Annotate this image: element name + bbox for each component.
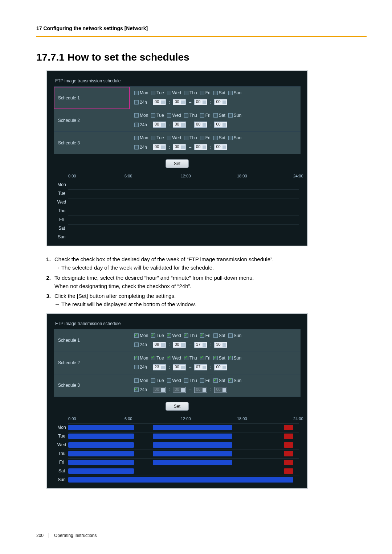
grid-row-thu: Thu [55, 449, 299, 458]
day-checkbox-fri[interactable]: Fri [200, 356, 211, 361]
day-label: Sat [219, 333, 225, 338]
day-checkbox-tue[interactable]: Tue [151, 135, 164, 140]
day-checkbox-tue[interactable]: Tue [151, 333, 164, 338]
grid-slot [68, 207, 299, 215]
select-minute-start[interactable]: 00 [173, 364, 186, 370]
day-label: Sun [234, 378, 241, 383]
checkbox-24h[interactable]: 24h [134, 342, 147, 347]
day-label: Mon [140, 356, 148, 361]
select-hour-end[interactable]: 00 [194, 144, 207, 150]
day-checkbox-sat[interactable]: Sat [213, 135, 225, 140]
grid-day-label: Wed [55, 442, 68, 447]
select-minute-end[interactable]: 30 [214, 342, 227, 348]
schedule-bar [68, 451, 134, 456]
day-label: Fri [205, 378, 211, 383]
day-checkbox-mon[interactable]: Mon [134, 90, 148, 95]
schedule-controls: MonTueWedThuFriSatSun24h00:00–00:00 [130, 87, 301, 109]
day-checkbox-fri[interactable]: Fri [200, 135, 211, 140]
select-minute-start[interactable]: 00 [173, 99, 186, 105]
instruction-step: Click the [Set] button after completing … [52, 292, 367, 309]
day-checkbox-wed[interactable]: Wed [167, 135, 181, 140]
select-minute-end[interactable]: 00 [214, 122, 227, 128]
checkbox-icon [151, 136, 155, 140]
day-checkbox-tue[interactable]: Tue [151, 113, 164, 118]
day-checkbox-fri[interactable]: Fri [200, 90, 211, 95]
set-button[interactable]: Set [166, 402, 189, 411]
schedule-bar [153, 460, 233, 465]
day-checkbox-sat[interactable]: Sat [213, 378, 225, 383]
select-hour-start[interactable]: 00 [153, 99, 166, 105]
day-checkbox-thu[interactable]: Thu [184, 356, 197, 361]
select-minute-end[interactable]: 00 [214, 144, 227, 150]
checkbox-icon [184, 356, 188, 360]
day-checkbox-wed[interactable]: Wed [167, 333, 181, 338]
select-minute-end[interactable]: 00 [214, 364, 227, 370]
day-checkbox-thu[interactable]: Thu [184, 333, 197, 338]
day-checkbox-sat[interactable]: Sat [213, 333, 225, 338]
day-label: Sun [234, 356, 241, 361]
day-checkbox-sun[interactable]: Sun [228, 90, 241, 95]
checkbox-icon [228, 136, 233, 140]
select-minute-start[interactable]: 00 [173, 144, 186, 150]
grid-row-fri: Fri [55, 458, 299, 467]
day-checkbox-mon[interactable]: Mon [134, 113, 148, 118]
day-checkbox-thu[interactable]: Thu [184, 113, 197, 118]
day-checkbox-sun[interactable]: Sun [228, 378, 241, 383]
day-label: Fri [205, 135, 211, 140]
grid-slot [68, 467, 299, 475]
day-checkbox-wed[interactable]: Wed [167, 356, 181, 361]
select-minute-start[interactable]: 00 [173, 342, 186, 348]
day-checkbox-sun[interactable]: Sun [228, 333, 241, 338]
day-checkbox-mon[interactable]: Mon [134, 135, 148, 140]
day-checkbox-thu[interactable]: Thu [184, 378, 197, 383]
checkbox-icon [167, 333, 171, 338]
time-tick: 24:00 [293, 174, 303, 178]
day-checkbox-wed[interactable]: Wed [167, 378, 181, 383]
day-checkbox-tue[interactable]: Tue [151, 356, 164, 361]
panel-title: FTP image transmission schedule [54, 320, 301, 329]
day-checkbox-tue[interactable]: Tue [151, 378, 164, 383]
checkbox-24h[interactable]: 24h [134, 387, 147, 392]
day-checkbox-fri[interactable]: Fri [200, 113, 211, 118]
select-hour-end[interactable]: 00 [194, 99, 207, 105]
select-minute-end[interactable]: 00 [214, 99, 227, 105]
checkbox-24h[interactable]: 24h [134, 100, 147, 105]
day-checkbox-fri[interactable]: Fri [200, 378, 211, 383]
set-button[interactable]: Set [166, 159, 189, 168]
select-hour-start[interactable]: 09 [153, 342, 166, 348]
select-minute-start[interactable]: 00 [173, 122, 186, 128]
day-checkbox-sun[interactable]: Sun [228, 113, 241, 118]
day-checkbox-sun[interactable]: Sun [228, 135, 241, 140]
checkbox-icon [134, 365, 139, 369]
select-hour-end[interactable]: 00 [194, 122, 207, 128]
checkbox-icon [134, 342, 139, 347]
select-hour-end[interactable]: 07 [194, 364, 207, 370]
day-checkbox-sat[interactable]: Sat [213, 356, 225, 361]
select-hour-end[interactable]: 17 [194, 342, 207, 348]
day-checkbox-mon[interactable]: Mon [134, 378, 148, 383]
checkbox-24h[interactable]: 24h [134, 365, 147, 370]
day-checkbox-tue[interactable]: Tue [151, 90, 164, 95]
day-checkbox-thu[interactable]: Thu [184, 90, 197, 95]
checkbox-icon [134, 378, 139, 383]
checkbox-24h[interactable]: 24h [134, 122, 147, 127]
day-checkbox-fri[interactable]: Fri [200, 333, 211, 338]
schedule-controls: MonTueWedThuFriSatSun24h00:00–00:00 [130, 132, 301, 154]
day-checkbox-sun[interactable]: Sun [228, 356, 241, 361]
day-checkbox-mon[interactable]: Mon [134, 356, 148, 361]
schedule-controls: MonTueWedThuFriSatSun24h00:00–00:00 [130, 374, 301, 397]
day-checkbox-thu[interactable]: Thu [184, 135, 197, 140]
select-hour-start[interactable]: 00 [153, 122, 166, 128]
schedule-bar [68, 434, 134, 439]
select-hour-start[interactable]: 23 [153, 364, 166, 370]
schedule-label: Schedule 2 [54, 109, 130, 132]
day-checkbox-sat[interactable]: Sat [213, 90, 225, 95]
select-hour-start[interactable]: 00 [153, 144, 166, 150]
day-checkbox-wed[interactable]: Wed [167, 113, 181, 118]
day-checkbox-mon[interactable]: Mon [134, 333, 148, 338]
day-checkbox-wed[interactable]: Wed [167, 90, 181, 95]
checkbox-icon [184, 113, 188, 118]
day-label: Wed [172, 113, 181, 118]
checkbox-24h[interactable]: 24h [134, 145, 147, 150]
day-checkbox-sat[interactable]: Sat [213, 113, 225, 118]
